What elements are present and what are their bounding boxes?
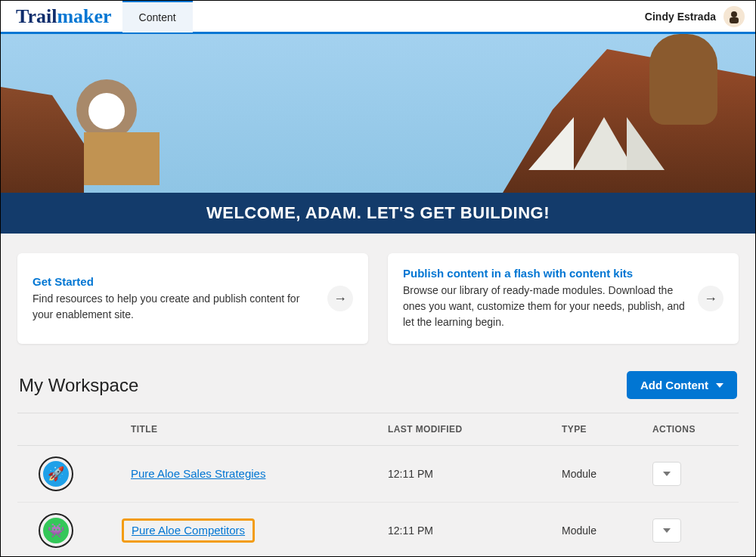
column-actions: ACTIONS (652, 424, 736, 435)
last-modified-value: 12:11 PM (388, 468, 562, 480)
workspace-table: TITLE LAST MODIFIED TYPE ACTIONS 🚀 Pure … (17, 413, 739, 557)
arrow-right-icon[interactable]: → (698, 286, 723, 311)
module-icon: 🚀 (39, 456, 73, 491)
card-description: Browse our library of ready-made modules… (403, 283, 686, 330)
svg-rect-1 (730, 17, 739, 23)
alien-icon: 👾 (43, 518, 69, 543)
module-icon: 👾 (39, 513, 73, 548)
workspace-title: My Workspace (19, 375, 627, 396)
hero-banner (1, 34, 755, 193)
chevron-down-icon (663, 528, 671, 533)
row-actions-button[interactable] (652, 462, 681, 486)
avatar[interactable] (723, 6, 745, 27)
card-title: Get Started (33, 275, 315, 288)
table-row: 🚀 Pure Aloe Sales Strategies 12:11 PM Mo… (17, 446, 739, 503)
type-value: Module (562, 468, 652, 480)
user-name: Cindy Estrada (645, 11, 716, 23)
info-cards-row: Get Started Find resources to help you c… (17, 253, 739, 344)
workspace-header: My Workspace Add Content (17, 371, 739, 399)
column-type: TYPE (562, 424, 652, 435)
welcome-banner: WELCOME, ADAM. LET'S GET BUILDING! (1, 193, 755, 234)
chevron-down-icon (716, 383, 723, 388)
module-title-link[interactable]: Pure Aloe Sales Strategies (131, 467, 265, 480)
svg-point-0 (731, 11, 737, 17)
add-content-button[interactable]: Add Content (627, 371, 737, 399)
logo-text-b: maker (57, 5, 111, 27)
row-actions-button[interactable] (652, 518, 681, 543)
arrow-right-icon[interactable]: → (327, 286, 353, 311)
type-value: Module (562, 525, 652, 537)
highlighted-item: Pure Aloe Competitors (122, 518, 255, 543)
column-last-modified: LAST MODIFIED (388, 424, 562, 435)
module-title-link[interactable]: Pure Aloe Competitors (132, 524, 245, 537)
table-row: 👾 Pure Aloe Competitors 12:11 PM Module (17, 503, 739, 557)
top-bar: Trailmaker Content Cindy Estrada (1, 1, 755, 34)
card-get-started[interactable]: Get Started Find resources to help you c… (17, 253, 368, 344)
chevron-down-icon (663, 472, 671, 476)
card-content-kits[interactable]: Publish content in a flash with content … (388, 253, 739, 344)
rocket-icon: 🚀 (43, 461, 69, 487)
logo: Trailmaker (16, 5, 112, 28)
logo-text-a: Trail (16, 5, 57, 27)
last-modified-value: 12:11 PM (388, 525, 562, 537)
card-title: Publish content in a flash with content … (403, 267, 686, 280)
content-area: Get Started Find resources to help you c… (1, 234, 755, 557)
avatar-icon (726, 8, 742, 25)
add-content-label: Add Content (640, 379, 708, 391)
tab-content[interactable]: Content (122, 0, 193, 32)
column-title: TITLE (131, 424, 388, 435)
hero-character-astro (61, 79, 175, 193)
hero-character-bear (544, 34, 725, 178)
table-header: TITLE LAST MODIFIED TYPE ACTIONS (17, 413, 739, 446)
card-description: Find resources to help you create and pu… (33, 291, 315, 323)
